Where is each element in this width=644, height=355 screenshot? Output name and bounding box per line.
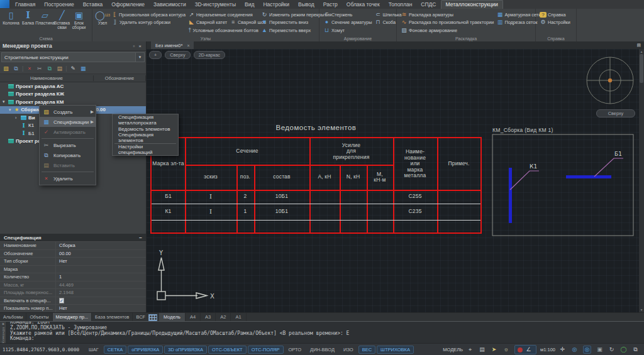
tab-oformlenie[interactable]: Оформление bbox=[107, 0, 149, 9]
zoom-extents-icon[interactable]: ▣ bbox=[596, 346, 603, 353]
paste-icon[interactable]: ▤ bbox=[55, 65, 64, 72]
scroll-up-icon[interactable]: ▲ bbox=[640, 49, 643, 54]
scrollbar-thumb[interactable] bbox=[640, 54, 643, 83]
tree-item-project-as[interactable]: Проект раздела АС bbox=[0, 82, 146, 90]
column-name[interactable]: Наименование bbox=[0, 75, 94, 81]
node-button[interactable]: ◯123Узел bbox=[95, 10, 110, 25]
toggle-otrack-polar[interactable]: ОТС-ПОЛЯР bbox=[248, 346, 284, 354]
specification-icon[interactable]: ▦ bbox=[79, 65, 87, 72]
document-tab[interactable]: Без имени0*× bbox=[151, 41, 194, 49]
menu-item-cut[interactable]: ✂Вырезать bbox=[40, 140, 96, 150]
menu-item-delete[interactable]: ×Удалить bbox=[40, 173, 96, 183]
isolate-objects-icon[interactable]: ◯ bbox=[620, 346, 627, 353]
bolt-symbols-button[interactable]: †Условные обозначения болтов bbox=[188, 26, 258, 35]
tab-topoplan[interactable]: Топоплан bbox=[384, 0, 417, 9]
rod-button[interactable]: ΓСтержень bbox=[323, 11, 372, 19]
column-k1-bar[interactable] bbox=[509, 168, 512, 223]
toggle-osnap[interactable]: оПРИВЯЗКА bbox=[128, 346, 163, 354]
submenu-item-metal-spec[interactable]: Спецификация металлопроката bbox=[113, 116, 178, 124]
command-line-panel[interactable]: × Команда Команда: ZOOM Z,ZOOM,ПО,ПОКАЗА… bbox=[0, 321, 644, 344]
expand-icon[interactable]: › bbox=[15, 116, 21, 120]
tab-albums[interactable]: Альбомы bbox=[0, 313, 26, 322]
drawing-area[interactable]: + Сверху 2D-каркас Ведомость элементов М… bbox=[146, 49, 639, 312]
help-button[interactable]: ?Справка bbox=[540, 11, 570, 19]
menu-item-create[interactable]: ▧Создать▶ bbox=[40, 107, 96, 117]
layout-trajectory-button[interactable]: ∿Раскладка по произвольной траектории bbox=[401, 19, 494, 27]
import-icon[interactable]: ⧉ bbox=[12, 65, 20, 72]
weld-leg-button[interactable]: ◣Сварной катет bbox=[188, 19, 227, 27]
zoom-window-icon[interactable]: ◎ bbox=[583, 346, 591, 354]
tab-objects[interactable]: Объекты bbox=[26, 313, 52, 322]
tab-glavnaya[interactable]: Главная bbox=[11, 0, 40, 9]
tab-spds[interactable]: СПДС bbox=[416, 0, 440, 9]
scale-ruler-icon[interactable]: ∠ bbox=[525, 346, 532, 353]
scroll-down-icon[interactable]: ▼ bbox=[640, 307, 643, 312]
prop-row-checkbox[interactable]: Включать в специф...✓ bbox=[0, 297, 146, 305]
annotation-visibility-icon[interactable] bbox=[518, 347, 523, 352]
toggle-dyn-input[interactable]: ДИН-ВВОД bbox=[306, 346, 338, 354]
zoom-icon[interactable]: ◎ bbox=[571, 346, 578, 353]
tab-oblaka-tochek[interactable]: Облака точек bbox=[342, 0, 384, 9]
cut-icon[interactable]: ✂ bbox=[35, 65, 43, 72]
delete-icon[interactable]: × bbox=[25, 65, 33, 72]
orbit-icon[interactable]: ↻ bbox=[608, 346, 615, 353]
permanent-joints-button[interactable]: ↗Неразъемные соединения bbox=[188, 11, 258, 19]
view-compass[interactable] bbox=[587, 57, 633, 104]
tree-item-project-kzh[interactable]: Проект раздела КЖ bbox=[0, 90, 146, 99]
prop-row[interactable]: Показывать номер п...Нет bbox=[0, 305, 146, 313]
beam-button[interactable]: IБалка bbox=[19, 10, 36, 25]
background-reinforcement-button[interactable]: ▨Фоновое армирование bbox=[401, 26, 494, 35]
tab-vstavka[interactable]: Вставка bbox=[79, 0, 108, 9]
current-scale[interactable]: м1:100 bbox=[540, 347, 555, 352]
column-designation[interactable]: Обозначение bbox=[94, 75, 146, 81]
close-tab-icon[interactable]: × bbox=[187, 43, 189, 48]
tab-a3[interactable]: А3 bbox=[201, 313, 216, 322]
tab-model[interactable]: Модель bbox=[159, 313, 186, 322]
screen-layout-icon[interactable]: ⧉ bbox=[632, 346, 639, 353]
menu-item-specifications[interactable]: ▦Спецификации▶ bbox=[40, 117, 96, 127]
close-icon[interactable]: × bbox=[2, 322, 4, 327]
layout-list-icon[interactable] bbox=[148, 314, 157, 321]
arbitrary-contour-trim-button[interactable]: ⟦Произвольная обрезка контура bbox=[111, 11, 186, 19]
expand-icon[interactable]: ▾ bbox=[3, 99, 8, 104]
edit-icon[interactable]: ✎ bbox=[69, 65, 77, 72]
toggle-otrack-object[interactable]: ОТС-ОБЪЕКТ bbox=[208, 346, 247, 354]
compass-view-pill[interactable]: Сверху bbox=[596, 109, 635, 117]
toggle-iso[interactable]: ИЗО bbox=[340, 346, 357, 354]
settings-button[interactable]: ⚙Настройки bbox=[540, 19, 570, 27]
expand-icon[interactable]: ▾ bbox=[9, 107, 14, 112]
command-history[interactable]: Команда: ZOOM Z,ZOOM,ПО,ПОКАЗАТЬ - Зумир… bbox=[8, 322, 644, 344]
tab-metallokonstrukcii[interactable]: Металлоконструкции bbox=[441, 0, 503, 9]
tab-nastroyki[interactable]: Настройки bbox=[258, 0, 294, 9]
delete-trim-contour-button[interactable]: ⟧Удалить контур обрезки bbox=[111, 19, 186, 27]
toggle-hatch[interactable]: ШТРИХОВКА bbox=[377, 346, 414, 354]
rebar-layout-button[interactable]: ≋Раскладка арматуры bbox=[401, 11, 494, 19]
beam-b1-bar[interactable] bbox=[566, 175, 611, 178]
toggle-snap-step[interactable]: ШАГ bbox=[85, 346, 103, 354]
submenu-item-element-spec[interactable]: Спецификация элементов bbox=[113, 133, 178, 142]
prop-row[interactable]: Марка bbox=[0, 266, 146, 274]
project-type-select[interactable]: Строительные конструкции ▾ bbox=[1, 52, 145, 62]
command-prompt[interactable]: Команда: bbox=[10, 336, 641, 342]
command-line-tab[interactable]: × Команда bbox=[0, 322, 7, 344]
toggle-3d-osnap[interactable]: 3D оПРИВЯЗКА bbox=[164, 346, 207, 354]
tab-3d-instrumenty[interactable]: 3D-инструменты bbox=[191, 0, 240, 9]
prop-row[interactable]: Тип сборкиНет bbox=[0, 258, 146, 266]
tab-a4[interactable]: А4 bbox=[186, 313, 201, 322]
pin-icon[interactable]: ▫ bbox=[131, 43, 136, 49]
pan-hand-icon[interactable]: ✛ bbox=[559, 346, 566, 353]
tree-column-headers[interactable]: Наименование Обозначение bbox=[0, 74, 146, 82]
prop-row[interactable]: НаименованиеСборка bbox=[0, 242, 146, 250]
annotation-icon[interactable]: ⌖ bbox=[467, 346, 474, 353]
toggle-grid[interactable]: СЕТКА bbox=[104, 346, 126, 354]
pile-insert-button[interactable]: ╱Вставка сваи bbox=[53, 10, 70, 30]
space-mode-label[interactable]: МОДЕЛЬ bbox=[443, 347, 463, 352]
tab-element-base[interactable]: База элементов bbox=[92, 313, 133, 322]
tab-a2[interactable]: А2 bbox=[216, 313, 231, 322]
notes-icon[interactable]: ▤ bbox=[479, 346, 486, 353]
rebar-section-button[interactable]: ●Сечение арматуры bbox=[323, 19, 372, 27]
close-panel-icon[interactable]: × bbox=[136, 43, 143, 49]
new-item-icon[interactable]: ▧ bbox=[2, 65, 10, 72]
assembly-block-button[interactable]: ▣Блок сборки bbox=[70, 10, 87, 30]
toggle-ortho[interactable]: ОРТО bbox=[285, 346, 306, 354]
